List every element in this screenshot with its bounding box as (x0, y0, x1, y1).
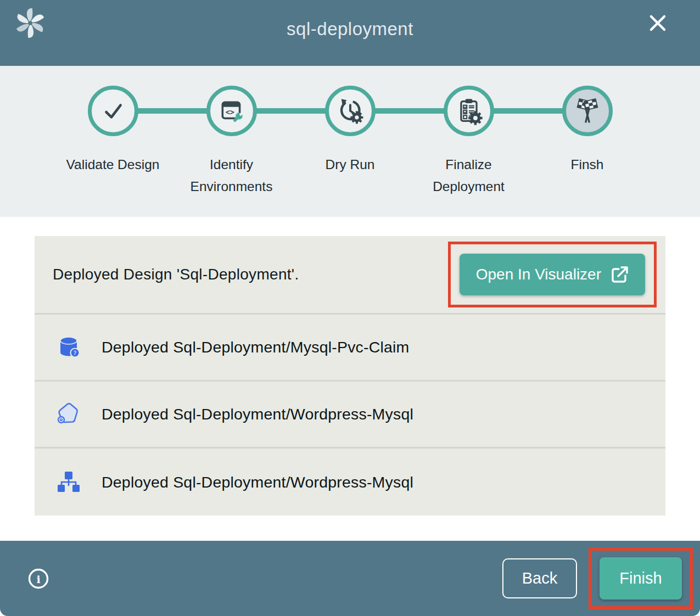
external-link-icon (611, 266, 629, 283)
svg-text:i: i (36, 573, 40, 585)
step-circle (444, 86, 494, 136)
visualizer-highlight-box: Open In Visualizer (448, 242, 657, 307)
step-finalize-deployment[interactable]: Finalize Deployment (410, 86, 528, 198)
step-circle: <> (206, 86, 257, 136)
step-label: Dry Run (302, 154, 399, 176)
result-text: Deployed Sql-Deployment/Mysql-Pvc-Claim (102, 338, 410, 356)
clipboard-gear-icon (455, 97, 483, 125)
deployment-wizard-dialog: sql-deployment Validate Design (0, 0, 700, 616)
finish-button[interactable]: Finish (600, 557, 682, 600)
svg-text:<>: <> (225, 108, 234, 116)
service-pentagon-icon (55, 401, 82, 428)
svg-text:?: ? (74, 349, 77, 356)
finish-highlight-box: Finish (589, 547, 693, 609)
dialog-header: sql-deployment (0, 0, 700, 66)
step-dry-run[interactable]: Dry Run (291, 86, 410, 198)
step-identify-environments[interactable]: <> Identify Environments (172, 86, 291, 198)
result-text: Deployed Sql-Deployment/Wordpress-Mysql (102, 473, 413, 491)
deploy-message: Deployed Design 'Sql-Deployment'. (53, 266, 299, 283)
pvc-database-icon: ? (55, 334, 82, 361)
code-config-icon: <> (218, 97, 245, 125)
dry-run-icon (336, 97, 365, 125)
result-row-deployment: Deployed Sql-Deployment/Wordpress-Mysql (35, 449, 665, 516)
step-label: Finsh (539, 154, 636, 176)
close-icon[interactable] (646, 11, 670, 35)
step-label: Finalize Deployment (421, 154, 517, 198)
finish-flags-icon (573, 96, 602, 126)
dialog-title: sql-deployment (287, 19, 413, 40)
info-icon[interactable]: i (27, 568, 49, 590)
open-in-visualizer-button[interactable]: Open In Visualizer (460, 254, 645, 295)
wizard-stepper: Validate Design <> Identify (0, 66, 700, 217)
meshery-logo-icon (15, 8, 46, 38)
deployment-tree-icon (55, 469, 82, 495)
step-label: Validate Design (65, 154, 161, 176)
step-validate-design[interactable]: Validate Design (54, 86, 172, 198)
results-panel: Deployed Design 'Sql-Deployment'. Open I… (0, 217, 700, 541)
dialog-footer: i Back Finish (0, 541, 700, 616)
step-circle (325, 86, 376, 136)
back-button[interactable]: Back (502, 558, 577, 598)
open-in-visualizer-label: Open In Visualizer (476, 266, 601, 283)
step-label: Identify Environments (183, 154, 280, 198)
step-circle-active (562, 86, 613, 136)
check-icon (99, 97, 127, 125)
result-row-pvc: ? Deployed Sql-Deployment/Mysql-Pvc-Clai… (35, 315, 665, 382)
step-finish[interactable]: Finsh (528, 86, 647, 198)
deploy-summary-row: Deployed Design 'Sql-Deployment'. Open I… (35, 236, 665, 315)
result-text: Deployed Sql-Deployment/Wordpress-Mysql (102, 405, 413, 423)
step-circle (88, 86, 138, 136)
result-row-service: Deployed Sql-Deployment/Wordpress-Mysql (35, 382, 665, 449)
